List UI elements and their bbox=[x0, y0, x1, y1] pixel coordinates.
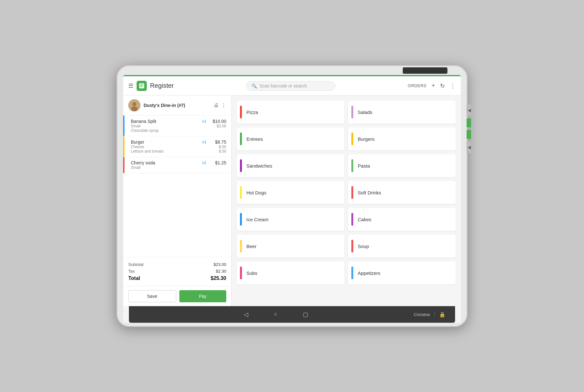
category-name: Sandwiches bbox=[246, 163, 272, 169]
category-name: Cakes bbox=[358, 217, 371, 222]
subtotal-value: $23.00 bbox=[213, 262, 226, 267]
category-name: Entrees bbox=[246, 136, 263, 142]
item-name: Cherry soda bbox=[131, 160, 198, 165]
category-name: Pasta bbox=[358, 163, 370, 169]
order-header-icons: 🖨 ⋮ bbox=[213, 102, 226, 109]
grand-total-row: Total $25.30 bbox=[128, 275, 226, 282]
item-modifier: Chocolate syrup bbox=[131, 128, 198, 133]
subtotal-row: Subtotal $23.00 bbox=[128, 261, 226, 268]
orders-label: ORDERS bbox=[408, 83, 427, 88]
order-item[interactable]: Cherry sodaSmallx1$1.25 bbox=[123, 157, 231, 173]
item-price: $10.00 bbox=[210, 119, 226, 124]
category-card[interactable]: Pizza bbox=[237, 101, 344, 124]
category-color-bar bbox=[240, 159, 242, 172]
app-logo bbox=[137, 81, 147, 91]
item-modifier: Lettuce and tomato bbox=[131, 149, 198, 154]
svg-rect-2 bbox=[140, 86, 142, 87]
main-content: Dusty's Dine-in (#7) 🖨 ⋮ Banana SplitSma… bbox=[123, 95, 461, 306]
item-modifier: Cheese bbox=[131, 145, 198, 149]
item-modifier: Small bbox=[131, 165, 198, 170]
item-modifier-price: $2.00 bbox=[210, 124, 226, 128]
category-name: Soft Drinks bbox=[358, 190, 381, 195]
category-name: Beer bbox=[246, 244, 257, 249]
item-qty: x1 bbox=[202, 139, 206, 154]
order-item[interactable]: BurgerCheeseLettuce and tomatox1$8.75$.5… bbox=[123, 136, 231, 157]
category-card[interactable]: Burgers bbox=[348, 127, 456, 150]
search-icon: 🔍 bbox=[251, 83, 257, 88]
category-color-bar bbox=[351, 240, 353, 253]
right-arrow-bottom[interactable]: ◀ bbox=[467, 141, 472, 153]
right-arrow-top[interactable]: ◀ bbox=[467, 104, 472, 116]
category-card[interactable]: Soft Drinks bbox=[348, 181, 456, 204]
category-card[interactable]: Subs bbox=[237, 261, 344, 284]
category-name: Soup bbox=[358, 244, 369, 249]
tablet-device: ◀ ◀ ☰ Register 🔍 S bbox=[116, 65, 468, 327]
nav-lock-icon[interactable]: 🔒 bbox=[439, 312, 445, 318]
svg-rect-1 bbox=[140, 85, 143, 85]
order-more-icon[interactable]: ⋮ bbox=[221, 102, 226, 109]
nav-home-icon[interactable]: ○ bbox=[274, 311, 277, 318]
customer-avatar bbox=[128, 99, 140, 111]
volume-up-btn[interactable] bbox=[467, 118, 471, 127]
category-name: Salads bbox=[358, 109, 372, 115]
item-details: Banana SplitSmallChocolate syrup bbox=[128, 119, 198, 133]
category-card[interactable]: Soup bbox=[348, 235, 456, 258]
category-color-bar bbox=[240, 240, 242, 253]
nav-recent-icon[interactable]: ▢ bbox=[303, 311, 308, 318]
category-name: Pizza bbox=[246, 109, 258, 115]
menu-icon[interactable]: ☰ bbox=[128, 82, 133, 89]
category-color-bar bbox=[351, 132, 353, 145]
item-qty: x1 bbox=[202, 119, 206, 133]
category-card[interactable]: Entrees bbox=[237, 127, 344, 150]
category-card[interactable]: Salads bbox=[348, 101, 456, 124]
category-color-bar bbox=[240, 186, 242, 199]
order-item[interactable]: Banana SplitSmallChocolate syrupx1$10.00… bbox=[123, 116, 231, 136]
app-header: ☰ Register 🔍 Scan barcode or search bbox=[123, 76, 461, 95]
item-details: BurgerCheeseLettuce and tomato bbox=[128, 139, 198, 154]
app-title: Register bbox=[150, 82, 174, 89]
category-card[interactable]: Sandwiches bbox=[237, 154, 344, 177]
categories-grid: PizzaSaladsEntreesBurgersSandwichesPasta… bbox=[237, 101, 456, 284]
order-panel: Dusty's Dine-in (#7) 🖨 ⋮ Banana SplitSma… bbox=[123, 95, 232, 306]
tablet-screen: ☰ Register 🔍 Scan barcode or search bbox=[123, 75, 461, 323]
item-price: $1.25 bbox=[210, 160, 226, 165]
item-modifier-price: $.50 bbox=[210, 145, 226, 149]
refresh-button[interactable]: ↻ bbox=[440, 82, 445, 89]
category-card[interactable]: Cakes bbox=[348, 208, 456, 231]
header-left: ☰ Register bbox=[128, 81, 174, 91]
nav-back-icon[interactable]: ◁ bbox=[244, 311, 248, 318]
category-card[interactable]: Beer bbox=[237, 235, 344, 258]
category-card[interactable]: Hot Dogs bbox=[237, 181, 344, 204]
add-order-button[interactable]: + bbox=[431, 82, 435, 89]
category-name: Burgers bbox=[358, 136, 375, 142]
search-placeholder-text: Scan barcode or search bbox=[259, 83, 307, 88]
volume-down-btn[interactable] bbox=[467, 130, 471, 139]
nav-username: Christine bbox=[414, 312, 430, 317]
categories-panel: PizzaSaladsEntreesBurgersSandwichesPasta… bbox=[232, 95, 461, 306]
category-color-bar bbox=[351, 106, 353, 118]
order-totals: Subtotal $23.00 Tax $2.30 Total $25.30 bbox=[123, 257, 231, 286]
item-price: $8.75 bbox=[210, 139, 226, 145]
category-name: Ice Cream bbox=[246, 217, 268, 222]
pay-button[interactable]: Pay bbox=[179, 290, 227, 302]
tax-row: Tax $2.30 bbox=[128, 268, 226, 275]
item-name: Banana Split bbox=[131, 119, 198, 124]
print-icon[interactable]: 🖨 bbox=[213, 102, 219, 109]
item-color-bar bbox=[123, 116, 124, 136]
nav-user: Christine | 🔒 bbox=[414, 312, 445, 318]
category-color-bar bbox=[351, 213, 353, 226]
more-options-button[interactable]: ⋮ bbox=[450, 82, 456, 89]
category-name: Appetizers bbox=[358, 270, 380, 276]
category-card[interactable]: Pasta bbox=[348, 154, 456, 177]
category-color-bar bbox=[351, 186, 353, 199]
category-name: Subs bbox=[246, 270, 257, 276]
item-price-col: $8.75$.50$.50 bbox=[210, 139, 226, 154]
category-card[interactable]: Ice Cream bbox=[237, 208, 344, 231]
camera-module bbox=[403, 67, 447, 74]
save-button[interactable]: Save bbox=[128, 290, 176, 302]
search-bar[interactable]: 🔍 Scan barcode or search bbox=[246, 81, 335, 91]
nav-divider: | bbox=[434, 312, 435, 317]
category-card[interactable]: Appetizers bbox=[348, 261, 456, 284]
item-price-col: $1.25 bbox=[210, 160, 226, 170]
order-items-list: Banana SplitSmallChocolate syrupx1$10.00… bbox=[123, 116, 231, 257]
